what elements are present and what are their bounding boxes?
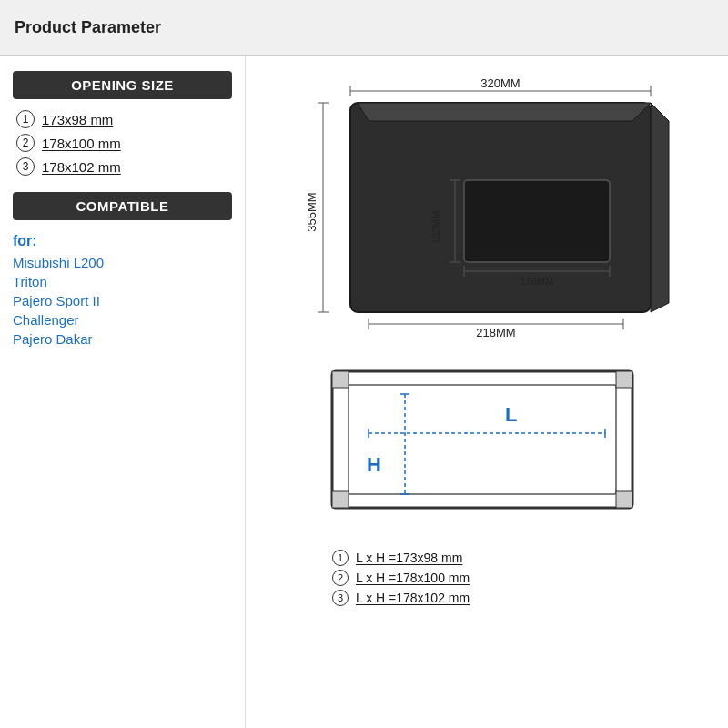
compatible-item-4: Challenger	[13, 312, 232, 328]
svg-rect-27	[616, 491, 632, 508]
compatible-item-3: Pajero Sport II	[13, 293, 232, 308]
page-title: Product Parameter	[15, 18, 161, 37]
svg-text:102MM: 102MM	[430, 211, 441, 245]
size-num-2: 2	[16, 134, 35, 152]
svg-text:355MM: 355MM	[305, 192, 318, 231]
size-num-3: 3	[16, 157, 35, 176]
size-value-2: 178x100 mm	[42, 136, 121, 151]
size-item-3: 3 178x102 mm	[16, 157, 232, 176]
for-label: for:	[13, 233, 232, 249]
svg-text:320MM: 320MM	[480, 76, 520, 90]
dim-value-2: L x H =178x100 mm	[356, 571, 470, 585]
left-panel: OPENING SIZE 1 173x98 mm 2 178x100 mm 3 …	[0, 56, 246, 728]
header-triangle-decoration	[168, 7, 185, 47]
compatible-item-1: Misubishi L200	[13, 255, 232, 270]
dim-item-1: 1 L x H =173x98 mm	[332, 550, 642, 566]
dim-value-1: L x H =173x98 mm	[356, 551, 462, 565]
svg-text:H: H	[367, 453, 381, 476]
svg-rect-9	[464, 180, 610, 262]
opening-size-badge: OPENING SIZE	[13, 71, 232, 99]
main-content: OPENING SIZE 1 173x98 mm 2 178x100 mm 3 …	[0, 56, 728, 728]
dim-value-3: L x H =178x102 mm	[356, 591, 470, 605]
size-value-3: 178x102 mm	[42, 159, 121, 175]
compatible-item-2: Triton	[13, 274, 232, 289]
page-wrapper: Product Parameter OPENING SIZE 1 173x98 …	[0, 0, 728, 728]
compatible-list: Misubishi L200 Triton Pajero Sport II Ch…	[13, 255, 232, 347]
dim-num-2: 2	[332, 570, 349, 586]
dim-num-1: 1	[332, 550, 349, 566]
header: Product Parameter	[0, 0, 728, 56]
compatible-item-5: Pajero Dakar	[13, 331, 232, 347]
size-num-1: 1	[16, 110, 35, 128]
svg-text:178MM: 178MM	[521, 276, 554, 287]
dim-item-3: 3 L x H =178x102 mm	[332, 590, 642, 606]
compatible-badge: COMPATIBLE	[13, 192, 232, 220]
dimension-list: 1 L x H =173x98 mm 2 L x H =178x100 mm 3…	[332, 550, 642, 610]
right-panel: 320MM 355MM 102MM	[246, 56, 728, 728]
svg-text:218MM: 218MM	[476, 326, 515, 339]
svg-text:L: L	[505, 403, 517, 426]
svg-rect-26	[332, 491, 349, 508]
schematic-diagram: L H	[323, 362, 651, 535]
svg-rect-24	[332, 371, 349, 388]
dim-item-2: 2 L x H =178x100 mm	[332, 570, 642, 586]
size-list: 1 173x98 mm 2 178x100 mm 3 178x102 mm	[13, 110, 232, 176]
svg-rect-23	[349, 385, 616, 494]
size-item-1: 1 173x98 mm	[16, 110, 232, 128]
compatible-section: for: Misubishi L200 Triton Pajero Sport …	[13, 233, 232, 347]
product-3d-diagram: 320MM 355MM 102MM	[296, 71, 678, 344]
size-value-1: 173x98 mm	[42, 112, 113, 127]
size-item-2: 2 178x100 mm	[16, 134, 232, 152]
dim-num-3: 3	[332, 590, 349, 606]
svg-rect-25	[616, 371, 632, 388]
svg-rect-22	[332, 371, 632, 508]
